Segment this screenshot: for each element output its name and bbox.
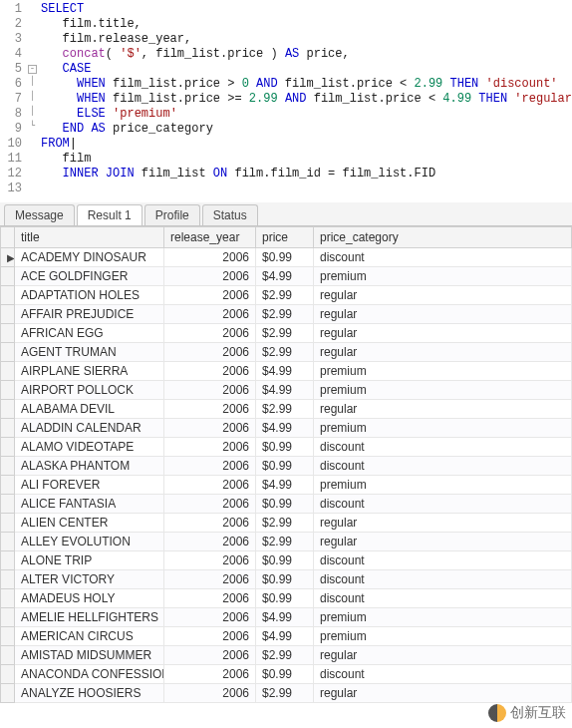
cell-release-year[interactable]: 2006 [164, 665, 256, 684]
cell-price[interactable]: $2.99 [256, 324, 314, 343]
cell-price-category[interactable]: discount [314, 551, 572, 570]
table-row[interactable]: ALABAMA DEVIL2006$2.99regular [1, 400, 572, 419]
cell-price[interactable]: $2.99 [256, 305, 314, 324]
tab-result-1[interactable]: Result 1 [77, 204, 143, 225]
table-row[interactable]: AMELIE HELLFIGHTERS2006$4.99premium [1, 608, 572, 627]
cell-release-year[interactable]: 2006 [164, 589, 256, 608]
sql-editor[interactable]: 12345678910111213 -│││└ SELECT film.titl… [0, 0, 572, 202]
cell-title[interactable]: AFRICAN EGG [15, 324, 164, 343]
editor-code[interactable]: SELECT film.title, film.release_year, co… [37, 0, 572, 198]
cell-release-year[interactable]: 2006 [164, 608, 256, 627]
cell-release-year[interactable]: 2006 [164, 627, 256, 646]
cell-title[interactable]: ANACONDA CONFESSIONS [15, 665, 164, 684]
col-price-category[interactable]: price_category [314, 227, 572, 248]
cell-release-year[interactable]: 2006 [164, 362, 256, 381]
table-row[interactable]: AMADEUS HOLY2006$0.99discount [1, 589, 572, 608]
cell-price[interactable]: $2.99 [256, 343, 314, 362]
cell-price[interactable]: $2.99 [256, 646, 314, 665]
cell-release-year[interactable]: 2006 [164, 570, 256, 589]
cell-title[interactable]: AIRPORT POLLOCK [15, 381, 164, 400]
cell-release-year[interactable]: 2006 [164, 400, 256, 419]
cell-price-category[interactable]: regular [314, 286, 572, 305]
cell-price[interactable]: $0.99 [256, 665, 314, 684]
table-row[interactable]: AMISTAD MIDSUMMER2006$2.99regular [1, 646, 572, 665]
cell-price-category[interactable]: regular [314, 684, 572, 703]
col-price[interactable]: price [256, 227, 314, 248]
cell-price-category[interactable]: premium [314, 419, 572, 438]
cell-price[interactable]: $2.99 [256, 684, 314, 703]
cell-title[interactable]: ANALYZE HOOSIERS [15, 684, 164, 703]
cell-price-category[interactable]: discount [314, 457, 572, 476]
cell-price[interactable]: $4.99 [256, 627, 314, 646]
cell-price[interactable]: $0.99 [256, 570, 314, 589]
table-row[interactable]: ALADDIN CALENDAR2006$4.99premium [1, 419, 572, 438]
cell-release-year[interactable]: 2006 [164, 457, 256, 476]
table-row[interactable]: ALI FOREVER2006$4.99premium [1, 476, 572, 495]
table-row[interactable]: AFFAIR PREJUDICE2006$2.99regular [1, 305, 572, 324]
cell-price-category[interactable]: premium [314, 362, 572, 381]
cell-price[interactable]: $2.99 [256, 286, 314, 305]
cell-title[interactable]: AMISTAD MIDSUMMER [15, 646, 164, 665]
cell-price[interactable]: $4.99 [256, 608, 314, 627]
table-row[interactable]: ALAMO VIDEOTAPE2006$0.99discount [1, 438, 572, 457]
cell-title[interactable]: AGENT TRUMAN [15, 343, 164, 362]
cell-title[interactable]: ALICE FANTASIA [15, 495, 164, 514]
cell-price-category[interactable]: discount [314, 438, 572, 457]
cell-title[interactable]: ALASKA PHANTOM [15, 457, 164, 476]
cell-release-year[interactable]: 2006 [164, 684, 256, 703]
cell-price[interactable]: $2.99 [256, 400, 314, 419]
table-row[interactable]: ADAPTATION HOLES2006$2.99regular [1, 286, 572, 305]
cell-price-category[interactable]: regular [314, 324, 572, 343]
cell-release-year[interactable]: 2006 [164, 495, 256, 514]
cell-price[interactable]: $0.99 [256, 551, 314, 570]
table-row[interactable]: AGENT TRUMAN2006$2.99regular [1, 343, 572, 362]
cell-price-category[interactable]: regular [314, 646, 572, 665]
tab-profile[interactable]: Profile [144, 204, 200, 225]
cell-title[interactable]: AMERICAN CIRCUS [15, 627, 164, 646]
cell-price-category[interactable]: regular [314, 400, 572, 419]
table-row[interactable]: ALASKA PHANTOM2006$0.99discount [1, 457, 572, 476]
col-release-year[interactable]: release_year [164, 227, 256, 248]
cell-price-category[interactable]: premium [314, 608, 572, 627]
cell-price-category[interactable]: discount [314, 495, 572, 514]
cell-release-year[interactable]: 2006 [164, 343, 256, 362]
col-title[interactable]: title [15, 227, 164, 248]
cell-title[interactable]: ALIEN CENTER [15, 514, 164, 533]
cell-price[interactable]: $0.99 [256, 248, 314, 267]
cell-title[interactable]: ALABAMA DEVIL [15, 400, 164, 419]
cell-release-year[interactable]: 2006 [164, 248, 256, 267]
cell-price[interactable]: $4.99 [256, 362, 314, 381]
cell-release-year[interactable]: 2006 [164, 438, 256, 457]
cell-price-category[interactable]: premium [314, 267, 572, 286]
editor-fold-column[interactable]: -│││└ [28, 0, 37, 198]
cell-title[interactable]: AFFAIR PREJUDICE [15, 305, 164, 324]
cell-price-category[interactable]: regular [314, 533, 572, 551]
cell-title[interactable]: ALADDIN CALENDAR [15, 419, 164, 438]
cell-title[interactable]: ALAMO VIDEOTAPE [15, 438, 164, 457]
table-row[interactable]: ALIEN CENTER2006$2.99regular [1, 514, 572, 533]
table-row[interactable]: AIRPLANE SIERRA2006$4.99premium [1, 362, 572, 381]
cell-price-category[interactable]: premium [314, 381, 572, 400]
cell-price[interactable]: $0.99 [256, 589, 314, 608]
cell-price-category[interactable]: regular [314, 514, 572, 533]
table-row[interactable]: ANALYZE HOOSIERS2006$2.99regular [1, 684, 572, 703]
cell-price-category[interactable]: premium [314, 627, 572, 646]
table-row[interactable]: ALLEY EVOLUTION2006$2.99regular [1, 533, 572, 551]
cell-price[interactable]: $4.99 [256, 267, 314, 286]
table-row[interactable]: AIRPORT POLLOCK2006$4.99premium [1, 381, 572, 400]
cell-price-category[interactable]: premium [314, 476, 572, 495]
cell-price[interactable]: $0.99 [256, 438, 314, 457]
cell-release-year[interactable]: 2006 [164, 267, 256, 286]
table-row[interactable]: ALICE FANTASIA2006$0.99discount [1, 495, 572, 514]
cell-title[interactable]: ALI FOREVER [15, 476, 164, 495]
cell-price-category[interactable]: regular [314, 343, 572, 362]
cell-price-category[interactable]: discount [314, 589, 572, 608]
table-row[interactable]: ANACONDA CONFESSIONS2006$0.99discount [1, 665, 572, 684]
cell-price[interactable]: $4.99 [256, 476, 314, 495]
tab-status[interactable]: Status [202, 204, 258, 225]
cell-price[interactable]: $4.99 [256, 419, 314, 438]
cell-release-year[interactable]: 2006 [164, 324, 256, 343]
cell-title[interactable]: ALONE TRIP [15, 551, 164, 570]
table-row[interactable]: AMERICAN CIRCUS2006$4.99premium [1, 627, 572, 646]
table-row[interactable]: ACE GOLDFINGER2006$4.99premium [1, 267, 572, 286]
